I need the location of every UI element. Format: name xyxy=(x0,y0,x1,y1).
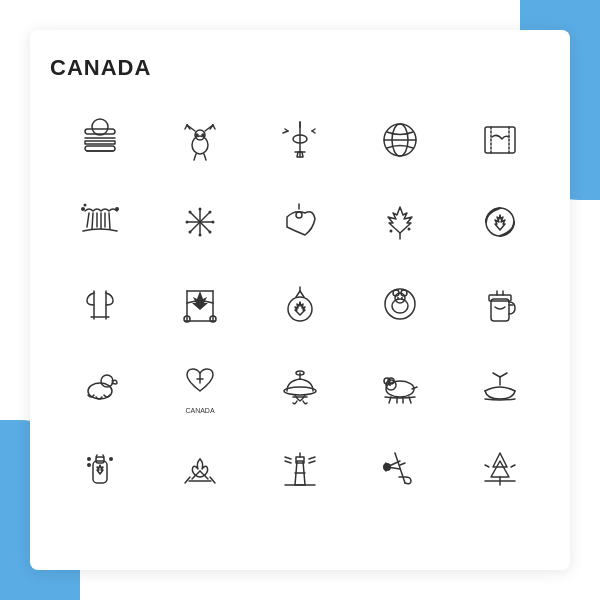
icon-globe xyxy=(350,99,450,181)
svg-line-45 xyxy=(200,222,210,232)
icon-hockey xyxy=(350,427,450,509)
svg-point-53 xyxy=(209,231,212,234)
svg-line-125 xyxy=(309,461,315,463)
svg-rect-2 xyxy=(85,141,115,144)
icon-lighthouse xyxy=(250,427,350,509)
svg-line-126 xyxy=(309,457,315,459)
svg-point-37 xyxy=(81,207,85,211)
icon-burger xyxy=(50,99,150,181)
svg-line-25 xyxy=(312,131,315,133)
svg-point-6 xyxy=(192,136,208,154)
cn-tower-icon xyxy=(277,117,323,163)
icon-fireworks xyxy=(150,181,250,263)
icon-forest xyxy=(450,427,550,509)
svg-point-4 xyxy=(92,119,108,135)
svg-line-46 xyxy=(200,212,210,222)
svg-line-44 xyxy=(190,212,200,222)
svg-line-17 xyxy=(204,154,206,160)
svg-line-112 xyxy=(96,455,97,457)
svg-point-76 xyxy=(395,293,405,303)
page-title: CANADA xyxy=(50,55,550,81)
icon-cn-tower xyxy=(250,99,350,181)
icon-ranger-hat xyxy=(250,345,350,427)
maple-bottle-icon xyxy=(77,445,123,491)
moose-icon xyxy=(177,117,223,163)
svg-line-23 xyxy=(285,129,288,131)
svg-line-72 xyxy=(300,291,304,297)
svg-line-32 xyxy=(92,213,93,229)
icon-duck xyxy=(50,345,150,427)
svg-line-47 xyxy=(190,222,200,232)
icon-recycle-leaf xyxy=(450,181,550,263)
polar-bear-icon xyxy=(377,363,423,409)
svg-point-52 xyxy=(189,211,192,214)
icon-canoe xyxy=(450,345,550,427)
globe-icon xyxy=(377,117,423,163)
axes-icon xyxy=(77,281,123,327)
icon-location-map xyxy=(250,181,350,263)
svg-point-48 xyxy=(199,208,202,211)
canoe-icon xyxy=(477,363,523,409)
hockey-icon xyxy=(377,445,423,491)
svg-line-105 xyxy=(500,373,507,377)
icon-coffee xyxy=(450,263,550,345)
svg-point-111 xyxy=(109,457,113,461)
svg-point-80 xyxy=(401,297,403,299)
svg-rect-30 xyxy=(485,127,515,153)
location-map-icon xyxy=(277,199,323,245)
campfire-icon xyxy=(177,445,223,491)
svg-marker-130 xyxy=(493,453,507,467)
svg-point-110 xyxy=(87,463,91,467)
icon-aurora xyxy=(50,181,150,263)
svg-line-71 xyxy=(296,291,300,297)
svg-line-117 xyxy=(185,477,190,483)
svg-line-134 xyxy=(485,465,489,467)
icon-bear-circle xyxy=(350,263,450,345)
svg-rect-0 xyxy=(85,129,115,134)
svg-point-50 xyxy=(186,221,189,224)
svg-rect-108 xyxy=(96,457,104,463)
fireworks-icon xyxy=(177,199,223,245)
bear-circle-icon xyxy=(377,281,423,327)
duck-icon xyxy=(77,363,123,409)
icon-polar-bear xyxy=(350,345,450,427)
svg-line-36 xyxy=(109,213,110,229)
canada-heart-label: CANADA xyxy=(185,407,214,414)
icon-maple-leaf xyxy=(350,181,450,263)
svg-point-75 xyxy=(392,299,408,313)
main-card: CANADA xyxy=(30,30,570,570)
svg-point-79 xyxy=(397,297,399,299)
coffee-icon xyxy=(477,281,523,327)
svg-line-118 xyxy=(210,477,215,483)
svg-point-70 xyxy=(288,297,312,321)
svg-line-106 xyxy=(493,373,500,377)
lighthouse-icon xyxy=(277,445,323,491)
map-icon xyxy=(477,117,523,163)
svg-point-54 xyxy=(209,211,212,214)
icon-axes xyxy=(50,263,150,345)
recycle-leaf-icon xyxy=(477,199,523,245)
medal-leaf-icon xyxy=(277,281,323,327)
icon-campfire xyxy=(150,427,250,509)
forest-icon xyxy=(477,445,523,491)
maple-leaf-icon xyxy=(377,199,423,245)
svg-point-109 xyxy=(87,457,91,461)
svg-point-60 xyxy=(408,228,411,231)
svg-point-39 xyxy=(84,204,87,207)
canada-heart-icon xyxy=(177,359,223,405)
icons-grid: CANADA xyxy=(50,99,550,509)
svg-point-14 xyxy=(196,134,198,136)
burger-icon xyxy=(77,117,123,163)
svg-point-56 xyxy=(296,212,302,218)
svg-rect-81 xyxy=(491,299,509,321)
svg-point-55 xyxy=(189,231,192,234)
icon-map xyxy=(450,99,550,181)
icon-moose xyxy=(150,99,250,181)
svg-point-51 xyxy=(212,221,215,224)
svg-point-38 xyxy=(115,207,119,211)
svg-line-135 xyxy=(511,465,515,467)
icon-medal-leaf xyxy=(250,263,350,345)
svg-line-123 xyxy=(285,461,291,463)
ranger-hat-icon xyxy=(277,363,323,409)
svg-point-15 xyxy=(202,134,204,136)
